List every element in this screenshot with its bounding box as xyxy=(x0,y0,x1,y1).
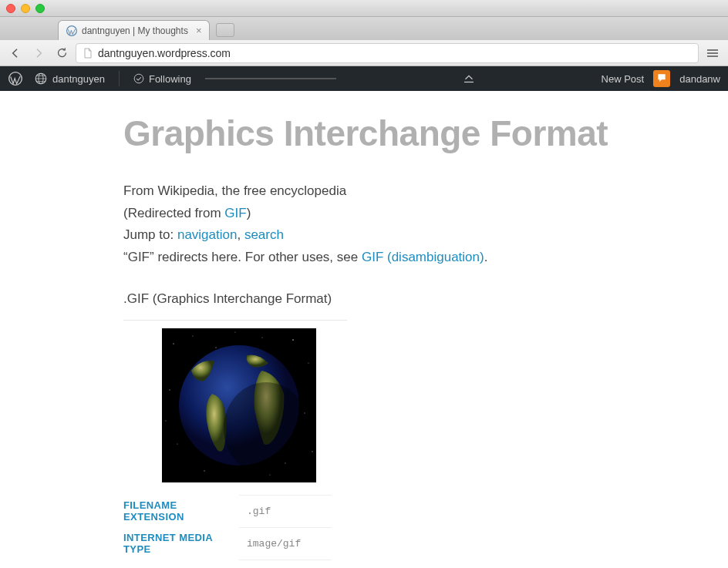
tab-strip: dantnguyen | My thoughts × xyxy=(0,17,728,40)
gif-link[interactable]: GIF xyxy=(224,206,246,220)
check-icon xyxy=(133,73,144,84)
filename-extension-label: FILENAME EXTENSION xyxy=(123,495,239,527)
svg-point-9 xyxy=(292,339,294,341)
disambiguation-link[interactable]: GIF (disambiguation) xyxy=(362,250,484,264)
site-name: dantnguyen xyxy=(52,73,105,85)
svg-point-22 xyxy=(224,382,308,475)
follow-progress xyxy=(205,78,336,79)
redirected-line: (Redirected from GIF) xyxy=(123,203,728,225)
media-type-value: image/gif xyxy=(239,527,332,560)
svg-point-14 xyxy=(204,470,204,471)
address-bar[interactable]: dantnguyen.wordpress.com xyxy=(76,43,699,63)
svg-point-20 xyxy=(261,337,262,338)
svg-point-18 xyxy=(312,451,312,452)
redirects-line: “GIF” redirects here. For other uses, se… xyxy=(123,247,728,269)
globe-icon xyxy=(34,72,48,86)
svg-point-11 xyxy=(169,389,170,390)
source-line: From Wikipedia, the free encyclopedia xyxy=(123,180,728,203)
wordpress-icon xyxy=(8,71,23,86)
collapse-button[interactable] xyxy=(462,73,476,84)
svg-point-4 xyxy=(134,74,143,83)
username: dandanw xyxy=(679,73,720,85)
site-menu[interactable]: dantnguyen xyxy=(34,72,105,86)
media-type-label: INTERNET MEDIA TYPE xyxy=(123,527,239,560)
search-link[interactable]: search xyxy=(244,227,284,242)
speech-bubble-icon xyxy=(656,72,667,86)
reload-button[interactable] xyxy=(52,44,71,62)
svg-point-8 xyxy=(215,347,216,348)
wp-admin-bar: dantnguyen Following New Post dandanw xyxy=(0,66,728,91)
new-post-button[interactable]: New Post xyxy=(602,73,645,85)
page-title: Graphics Interchange Format xyxy=(123,113,728,154)
new-tab-button[interactable] xyxy=(216,23,234,37)
filename-extension-value: .gif xyxy=(239,495,332,527)
navigation-link[interactable]: navigation xyxy=(177,227,238,242)
svg-point-7 xyxy=(192,335,193,336)
jump-line: Jump to: navigation, search xyxy=(123,224,728,247)
browser-tab[interactable]: dantnguyen | My thoughts × xyxy=(58,20,210,40)
back-button[interactable] xyxy=(6,44,25,62)
url-text: dantnguyen.wordpress.com xyxy=(98,47,231,59)
window-chrome xyxy=(0,0,728,17)
page-icon xyxy=(83,48,93,59)
close-tab-icon[interactable]: × xyxy=(196,25,202,36)
svg-point-19 xyxy=(234,331,235,332)
svg-point-13 xyxy=(177,443,177,444)
tab-title: dantnguyen | My thoughts xyxy=(82,25,188,36)
hamburger-icon xyxy=(707,52,718,54)
minimize-window-button[interactable] xyxy=(21,4,30,13)
infobox-table: FILENAME EXTENSION .gif INTERNET MEDIA T… xyxy=(123,495,332,560)
following-label: Following xyxy=(149,73,191,85)
notifications-button[interactable] xyxy=(653,70,670,87)
separator xyxy=(123,320,347,321)
chrome-menu-button[interactable] xyxy=(703,44,722,62)
forward-button[interactable] xyxy=(29,44,48,62)
table-row: INTERNET MEDIA TYPE image/gif xyxy=(123,527,332,560)
page-content: Graphics Interchange Format From Wikiped… xyxy=(0,91,728,568)
article: Graphics Interchange Format From Wikiped… xyxy=(123,113,728,560)
browser-toolbar: dantnguyen.wordpress.com xyxy=(0,40,728,66)
svg-point-16 xyxy=(165,420,166,421)
wp-logo-button[interactable] xyxy=(8,71,23,86)
divider xyxy=(119,71,120,86)
account-menu[interactable]: dandanw xyxy=(679,73,720,85)
zoom-window-button[interactable] xyxy=(35,4,45,13)
subheading: .GIF (Graphics Interchange Format) xyxy=(123,288,728,311)
svg-point-10 xyxy=(308,362,308,363)
table-row: FILENAME EXTENSION .gif xyxy=(123,495,332,527)
wordpress-favicon-icon xyxy=(66,25,77,36)
svg-point-6 xyxy=(173,343,174,344)
following-button[interactable]: Following xyxy=(133,73,191,85)
rotating-earth-gif xyxy=(162,328,316,482)
close-window-button[interactable] xyxy=(6,4,15,13)
new-post-label: New Post xyxy=(602,73,645,85)
